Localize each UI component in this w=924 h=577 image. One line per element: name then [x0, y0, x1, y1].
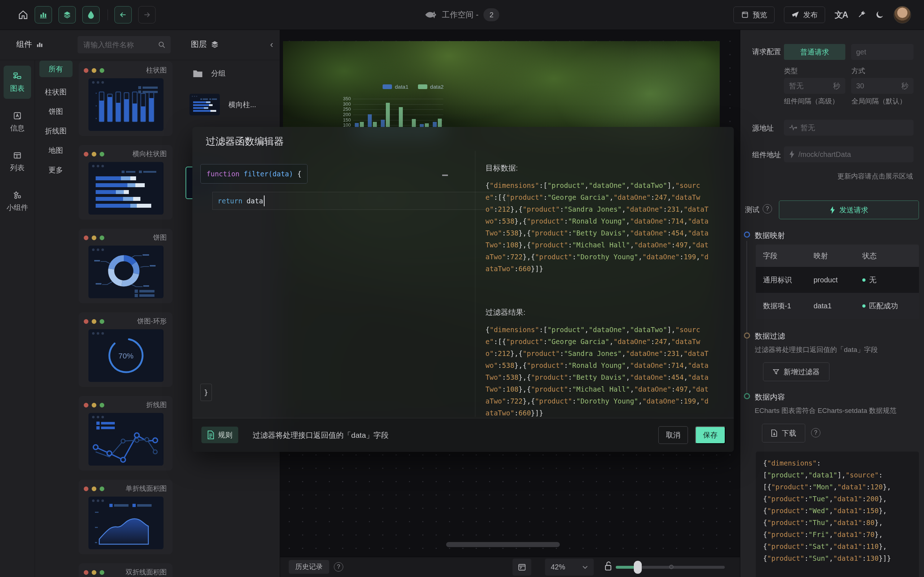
send-request-button[interactable]: 发送请求: [779, 200, 919, 219]
canvas-horizontal-scrollbar[interactable]: [446, 542, 560, 547]
detail-panel-toggle-button[interactable]: [82, 6, 100, 23]
component-panel: 组件 图表 信息 列表 小组件: [0, 29, 183, 577]
component-url-input[interactable]: /mock/chartData: [784, 147, 914, 162]
tab-info[interactable]: 信息: [3, 105, 31, 139]
global-interval-label: 全局间隔（默认）: [851, 97, 906, 106]
help-icon[interactable]: ?: [811, 428, 821, 437]
filter-result-label: 过滤器结果:: [485, 307, 525, 318]
arrow-left-icon: [119, 10, 128, 19]
category-more[interactable]: 更多: [35, 164, 76, 175]
tab-charts[interactable]: 图表: [3, 66, 31, 99]
tab-list[interactable]: 列表: [3, 145, 31, 178]
zoom-slider[interactable]: [616, 566, 725, 569]
update-hint: 更新内容请点击展示区域: [837, 172, 913, 181]
save-button[interactable]: 保存: [695, 426, 725, 444]
pie-chart-thumbnail: [89, 246, 163, 298]
layer-group-row[interactable]: 分组: [192, 69, 226, 78]
prism-icon: [87, 10, 95, 19]
layer-item-hbar[interactable]: 横向柱...: [189, 94, 256, 115]
redo-button[interactable]: [138, 6, 155, 23]
component-search-box[interactable]: [78, 36, 171, 53]
chart-panel-toggle-button[interactable]: [35, 6, 52, 23]
data-filter-title: 数据过滤: [755, 331, 785, 341]
component-search-input[interactable]: [82, 40, 155, 49]
code-scrollbar-thumb[interactable]: [442, 174, 448, 176]
add-filter-button[interactable]: 新增过滤器: [763, 363, 829, 381]
zoom-slider-mark: [669, 565, 674, 569]
publish-label: 发布: [803, 10, 817, 20]
rule-badge-label: 规则: [218, 430, 233, 440]
funnel-icon: [773, 369, 779, 375]
tab-widgets[interactable]: 小组件: [3, 185, 31, 218]
card-title: 折线图: [146, 400, 167, 410]
global-interval-input[interactable]: 30秒: [851, 78, 914, 94]
component-interval-input[interactable]: 暂无秒: [784, 78, 845, 94]
bar-chart-thumbnail: [89, 78, 163, 131]
search-icon[interactable]: [158, 41, 166, 49]
layer-item-label: 横向柱...: [228, 100, 256, 110]
component-card-pie[interactable]: 饼图: [79, 229, 173, 303]
category-line[interactable]: 折线图: [35, 126, 76, 136]
zoom-select[interactable]: 42%: [545, 559, 594, 575]
publish-button[interactable]: 发布: [784, 6, 825, 23]
component-card-line[interactable]: 折线图: [79, 396, 173, 471]
card-title: 柱状图: [146, 66, 167, 75]
y-tick: 200: [337, 112, 351, 117]
code-open-brace: {: [297, 170, 301, 178]
language-icon[interactable]: 文A: [835, 10, 848, 21]
home-icon[interactable]: [18, 10, 28, 20]
unlock-icon[interactable]: [604, 561, 613, 572]
cancel-button[interactable]: 取消: [658, 426, 688, 444]
data-content-description: ECharts 图表需符合 ECharts-setdata 数据规范: [755, 406, 897, 416]
test-label: 测试: [745, 205, 759, 214]
workspace-title: 工作空间 -: [442, 10, 478, 20]
download-button[interactable]: 下载: [762, 424, 805, 443]
dark-mode-icon[interactable]: [875, 10, 884, 19]
filter-result-json: {"dimensions":["product","dataOne","data…: [485, 324, 711, 417]
category-bar[interactable]: 柱状图: [35, 87, 76, 97]
component-card-bar[interactable]: 柱状图: [79, 61, 173, 136]
component-tab-rail: 图表 信息 列表 小组件: [0, 60, 35, 577]
help-icon[interactable]: ?: [762, 204, 772, 213]
filter-editor-modal: 过滤器函数编辑器 function filter(data) { return …: [192, 127, 734, 452]
send-icon: [792, 11, 800, 19]
zoom-slider-thumb[interactable]: [634, 561, 642, 574]
traffic-dots: [84, 235, 104, 240]
theme-color-icon[interactable]: [857, 10, 866, 19]
request-type-tag[interactable]: 普通请求: [784, 44, 845, 60]
undo-button[interactable]: [115, 6, 132, 23]
user-avatar[interactable]: [894, 6, 911, 23]
category-map[interactable]: 地图: [35, 145, 76, 156]
layer-panel-toggle-button[interactable]: [58, 6, 76, 23]
component-card-area2[interactable]: 双折线面积图: [79, 563, 173, 577]
component-card-ring[interactable]: 饼图-环形 70%: [79, 312, 173, 387]
table-row: 数据项-1data1 匹配成功: [756, 293, 919, 319]
component-card-hbar[interactable]: 横向柱状图: [79, 145, 173, 220]
history-button[interactable]: 历史记录: [289, 560, 329, 574]
toolbar-divider: [108, 10, 108, 20]
code-editor-line[interactable]: return data: [212, 192, 509, 210]
request-method-input[interactable]: get: [851, 44, 914, 60]
type-label: 类型: [784, 66, 798, 76]
source-url-input[interactable]: 暂无: [784, 120, 914, 135]
preview-button[interactable]: 预览: [733, 6, 775, 23]
data-content-json-box[interactable]: {"dimensions": ["product","data1"],"sour…: [756, 451, 919, 577]
collapse-layer-panel-icon[interactable]: ‹: [270, 39, 273, 50]
timeline-dot-mapping: [744, 232, 750, 238]
diagram-icon: [13, 71, 22, 81]
app-root: 工作空间 - 2 预览 发布 文A 组件: [0, 0, 924, 577]
detail-list-button[interactable]: [512, 559, 531, 575]
help-icon[interactable]: ?: [334, 562, 343, 572]
modal-footer: 规则 过滤器将处理接口返回值的「data」字段 取消 保存: [192, 418, 734, 452]
layer-group-label: 分组: [211, 69, 226, 78]
category-list: 所有 柱状图 饼图 折线图 地图 更多: [35, 60, 76, 577]
mapping-table-header: 字段映射状态: [756, 245, 919, 267]
canvas-bar-chart: [353, 41, 447, 135]
category-pie[interactable]: 饼图: [35, 106, 76, 117]
component-card-area[interactable]: 单折线面积图: [79, 480, 173, 554]
traffic-dots: [84, 403, 104, 408]
category-all[interactable]: 所有: [39, 61, 73, 77]
component-url-label: 组件地址: [752, 150, 781, 160]
target-data-label: 目标数据:: [485, 163, 518, 173]
workspace-badge[interactable]: 2: [484, 8, 499, 21]
